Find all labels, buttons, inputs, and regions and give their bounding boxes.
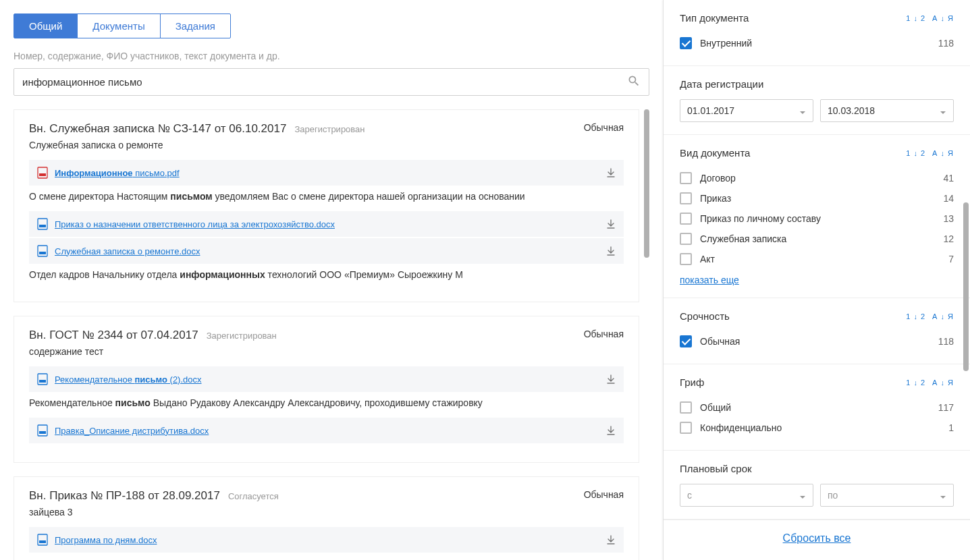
attachment-row: Приказ о назначении ответственного лица … [29, 211, 624, 237]
checkbox[interactable] [680, 253, 692, 265]
filter-count: 1 [948, 422, 954, 433]
filter-count: 118 [938, 38, 954, 49]
doc-title: Вн. ГОСТ № 2344 от 07.04.2017 [29, 329, 198, 342]
checkbox[interactable] [680, 335, 692, 347]
checkbox[interactable] [680, 213, 692, 225]
filter-section-regdate: Дата регистрации 01.01.2017 10.03.2018 [664, 66, 970, 135]
show-more-link[interactable]: показать еще [680, 275, 739, 285]
filter-count: 12 [943, 233, 954, 244]
attachment-row: Правка_Описание дистрибутива.docx [29, 418, 624, 443]
checkbox[interactable] [680, 422, 692, 434]
filter-label: Служебная записка [700, 233, 943, 244]
sort-alpha[interactable]: А ↓ Я [932, 379, 954, 387]
attachment-link[interactable]: Приказ о назначении ответственного лица … [55, 219, 601, 229]
filter-title: Вид документа [680, 147, 750, 159]
date-from[interactable]: 01.01.2017 [680, 99, 813, 122]
filter-section-doctype: Тип документа 1 ↓ 2 А ↓ Я Внутренний 118 [664, 0, 970, 66]
scrollbar[interactable] [963, 202, 969, 371]
filter-label: Акт [700, 254, 948, 264]
filter-item[interactable]: Служебная записка 12 [680, 229, 954, 249]
download-icon[interactable] [606, 168, 616, 177]
doc-card[interactable]: Вн. Приказ № ПР-188 от 28.09.2017 Соглас… [14, 476, 639, 560]
filter-title: Дата регистрации [680, 78, 763, 90]
filter-count: 118 [938, 336, 954, 347]
sort-alpha[interactable]: А ↓ Я [932, 14, 954, 22]
sort-controls: 1 ↓ 2 А ↓ Я [906, 14, 954, 22]
filter-item[interactable]: Обычная 118 [680, 331, 954, 352]
tabs: Общий Документы Задания [14, 13, 231, 38]
chevron-down-icon [940, 107, 946, 114]
filter-item[interactable]: Приказ 14 [680, 188, 954, 208]
download-icon[interactable] [606, 535, 616, 544]
reset-link[interactable]: Сбросить все [783, 532, 851, 544]
reset-bar: Сбросить все [664, 520, 970, 557]
doc-status: Зарегистрирован [207, 331, 277, 341]
filter-item[interactable]: Акт 7 [680, 249, 954, 269]
sort-numeric[interactable]: 1 ↓ 2 [906, 14, 925, 22]
sort-numeric[interactable]: 1 ↓ 2 [906, 149, 925, 157]
sort-alpha[interactable]: А ↓ Я [932, 149, 954, 157]
filter-item[interactable]: Общий 117 [680, 397, 954, 418]
filter-label: Обычная [700, 336, 938, 347]
main-column: Общий Документы Задания Номер, содержани… [0, 0, 663, 560]
checkbox[interactable] [680, 172, 692, 184]
filter-section-stamp: Гриф 1 ↓ 2 А ↓ Я Общий 117 Конфиденциаль… [664, 364, 970, 451]
download-icon[interactable] [606, 246, 616, 256]
doc-subtitle: содержание тест [29, 346, 624, 357]
doc-priority: Обычная [584, 489, 624, 500]
sort-numeric[interactable]: 1 ↓ 2 [906, 312, 925, 320]
sort-controls: 1 ↓ 2 А ↓ Я [906, 379, 954, 387]
attachment-description: Отдел кадров Начальнику отдела информаци… [29, 265, 624, 289]
download-icon[interactable] [606, 426, 616, 435]
attachment-row: Программа по дням.docx [29, 527, 624, 553]
filter-label: Внутренний [700, 38, 938, 49]
checkbox[interactable] [680, 401, 692, 414]
doc-status: Согласуется [228, 491, 279, 501]
search-icon[interactable] [619, 69, 649, 95]
filter-title: Плановый срок [680, 463, 752, 474]
svg-rect-11 [39, 540, 46, 543]
sort-alpha[interactable]: А ↓ Я [932, 312, 954, 320]
filter-label: Конфиденциально [700, 422, 948, 433]
tab-documents[interactable]: Документы [78, 14, 160, 38]
svg-rect-0 [38, 167, 47, 178]
tab-general[interactable]: Общий [14, 14, 78, 38]
attachment-link[interactable]: Правка_Описание дистрибутива.docx [55, 426, 601, 436]
filter-label: Приказ [700, 193, 943, 204]
search-input[interactable] [14, 69, 619, 94]
doc-priority: Обычная [584, 122, 624, 133]
filter-section-planneddue: Плановый срок с по [664, 451, 970, 520]
doc-card[interactable]: Вн. Служебная записка № СЗ-147 от 06.10.… [14, 109, 639, 302]
filter-label: Общий [700, 402, 938, 413]
filter-item[interactable]: Внутренний 118 [680, 33, 954, 53]
attachment-link[interactable]: Программа по дням.docx [55, 535, 601, 545]
doc-title: Вн. Служебная записка № СЗ-147 от 06.10.… [29, 122, 286, 136]
svg-rect-10 [38, 534, 47, 545]
attachment-link[interactable]: Рекомендательное письмо (2).docx [55, 374, 601, 385]
attachment-description: Рекомендательное письмо Выдано Рудакову … [29, 393, 624, 418]
doc-status: Зарегистрирован [294, 124, 365, 134]
filter-item[interactable]: Договор 41 [680, 168, 954, 188]
chevron-down-icon [799, 492, 806, 499]
search-box [14, 68, 649, 96]
tab-tasks[interactable]: Задания [161, 14, 230, 38]
checkbox[interactable] [680, 192, 692, 204]
attachment-link[interactable]: Служебная записка о ремонте.docx [55, 246, 601, 256]
date-to[interactable]: 10.03.2018 [820, 99, 954, 122]
date-to[interactable]: по [820, 484, 954, 507]
svg-rect-7 [39, 380, 46, 383]
filter-title: Гриф [680, 376, 704, 388]
download-icon[interactable] [606, 219, 616, 229]
filter-item[interactable]: Приказ по личному составу 13 [680, 208, 954, 229]
checkbox[interactable] [680, 37, 692, 49]
sort-numeric[interactable]: 1 ↓ 2 [906, 379, 925, 387]
svg-rect-5 [39, 252, 46, 254]
filter-item[interactable]: Конфиденциально 1 [680, 418, 954, 438]
download-icon[interactable] [606, 374, 616, 384]
attachment-row: Рекомендательное письмо (2).docx [29, 366, 624, 392]
doc-card[interactable]: Вн. ГОСТ № 2344 от 07.04.2017 Зарегистри… [14, 316, 639, 463]
checkbox[interactable] [680, 233, 692, 245]
attachment-link[interactable]: Информационное письмо.pdf [55, 168, 601, 178]
doc-title: Вн. Приказ № ПР-188 от 28.09.2017 [29, 489, 220, 503]
date-from[interactable]: с [680, 484, 813, 507]
